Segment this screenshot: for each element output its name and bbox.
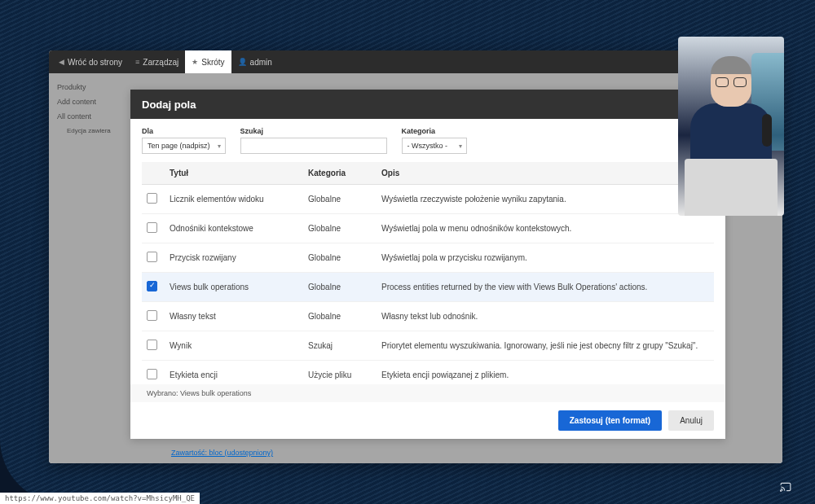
fields-table: Tytuł Kategoria Opis Licznik elementów w… — [142, 162, 714, 384]
row-checkbox[interactable] — [147, 193, 157, 204]
row-category: Globalne — [303, 243, 377, 273]
back-icon: ◀ — [59, 58, 64, 66]
table-row[interactable]: Odnośniki kontekstowe Globalne Wyświetla… — [142, 214, 714, 243]
status-url: https://www.youtube.com/watch?v=MhsicyMH… — [0, 493, 200, 504]
toolbar-user[interactable]: 👤 admin — [231, 50, 279, 73]
row-checkbox[interactable] — [147, 222, 157, 233]
cancel-button[interactable]: Anuluj — [668, 410, 714, 431]
star-icon: ★ — [192, 58, 198, 66]
presenter-hair — [711, 56, 751, 74]
modal-title: Dodaj pola — [142, 99, 196, 111]
row-checkbox[interactable] — [147, 310, 157, 321]
row-checkbox[interactable] — [147, 281, 157, 291]
row-category: Globalne — [303, 302, 377, 331]
header-category: Kategoria — [303, 162, 377, 185]
add-fields-modal: Dodaj pola × Dla Ten page (nadpisz) Szuk… — [130, 90, 725, 439]
row-title: Etykieta encji — [165, 361, 303, 385]
header-title: Tytuł — [165, 162, 303, 185]
table-row[interactable]: Wynik Szukaj Priorytet elementu wyszukiw… — [142, 331, 714, 361]
row-title: Wynik — [165, 331, 303, 361]
row-category: Globalne — [303, 185, 377, 214]
content-link[interactable]: Zawartość: bloc (udostępniony) — [171, 449, 273, 457]
browser-window: ◀ Wróć do strony ≡ Zarządzaj ★ Skróty 👤 … — [49, 50, 782, 463]
table-row[interactable]: Przycisk rozwijany Globalne Wyświetlaj p… — [142, 243, 714, 273]
row-desc: Własny tekst lub odnośnik. — [377, 302, 714, 331]
row-category: Użycie pliku — [303, 361, 377, 385]
toolbar-back[interactable]: ◀ Wróć do strony — [52, 50, 129, 73]
presenter-webcam — [678, 37, 784, 216]
row-title: Odnośniki kontekstowe — [165, 214, 303, 243]
search-input[interactable] — [240, 138, 387, 154]
row-checkbox[interactable] — [147, 369, 157, 379]
svg-point-0 — [781, 490, 782, 491]
row-title: Views bulk operations — [165, 273, 303, 302]
modal-footer: Zastosuj (ten format) Anuluj — [130, 402, 725, 439]
apply-button[interactable]: Zastosuj (ten format) — [558, 410, 662, 431]
table-row[interactable]: Licznik elementów widoku Globalne Wyświe… — [142, 185, 714, 214]
row-title: Przycisk rozwijany — [165, 243, 303, 273]
toolbar-shortcuts-label: Skróty — [201, 58, 224, 67]
table-row[interactable]: Własny tekst Globalne Własny tekst lub o… — [142, 302, 714, 331]
user-icon: 👤 — [238, 58, 247, 66]
table-row[interactable]: Etykieta encji Użycie pliku Etykieta enc… — [142, 361, 714, 385]
row-checkbox[interactable] — [147, 252, 157, 262]
row-category: Globalne — [303, 214, 377, 243]
toolbar-user-label: admin — [250, 58, 272, 67]
filter-category-select[interactable]: - Wszystko - — [402, 138, 467, 154]
modal-header: Dodaj pola × — [130, 90, 725, 119]
row-title: Własny tekst — [165, 302, 303, 331]
toolbar-back-label: Wróć do strony — [68, 58, 122, 67]
presenter-head — [711, 59, 751, 107]
fields-table-wrap: Tytuł Kategoria Opis Licznik elementów w… — [130, 162, 725, 384]
admin-body: Produkty Add content All content Edycja … — [49, 73, 782, 463]
header-desc: Opis — [377, 162, 714, 185]
row-desc: Etykieta encji powiązanej z plikiem. — [377, 361, 714, 385]
modal-filters: Dla Ten page (nadpisz) Szukaj Kategoria … — [130, 119, 725, 162]
laptop-back — [685, 159, 778, 216]
selected-summary: Wybrano: Views bulk operations — [130, 384, 725, 402]
row-desc: Wyświetla rzeczywiste położenie wyniku z… — [377, 185, 714, 214]
admin-toolbar: ◀ Wróć do strony ≡ Zarządzaj ★ Skróty 👤 … — [49, 50, 782, 73]
toolbar-manage-label: Zarządzaj — [143, 58, 178, 67]
menu-icon: ≡ — [135, 58, 139, 66]
microphone-icon — [762, 114, 772, 147]
table-row[interactable]: Views bulk operations Globalne Process e… — [142, 273, 714, 302]
toolbar-manage[interactable]: ≡ Zarządzaj — [129, 50, 185, 73]
row-desc: Wyświetlaj pola w menu odnośników kontek… — [377, 214, 714, 243]
row-checkbox[interactable] — [147, 340, 157, 350]
row-category: Globalne — [303, 273, 377, 302]
filter-for-select[interactable]: Ten page (nadpisz) — [142, 138, 226, 154]
row-desc: Wyświetlaj pola w przycisku rozwijanym. — [377, 243, 714, 273]
filter-search-label: Szukaj — [240, 127, 387, 135]
row-title: Licznik elementów widoku — [165, 185, 303, 214]
cast-icon[interactable] — [779, 481, 792, 493]
filter-category-label: Kategoria — [402, 127, 467, 135]
row-desc: Process entities returned by the view wi… — [377, 273, 714, 302]
row-category: Szukaj — [303, 331, 377, 361]
filter-for-label: Dla — [142, 127, 226, 135]
glasses-icon — [716, 77, 747, 87]
row-desc: Priorytet elementu wyszukiwania. Ignorow… — [377, 331, 714, 361]
toolbar-shortcuts[interactable]: ★ Skróty — [185, 50, 231, 73]
